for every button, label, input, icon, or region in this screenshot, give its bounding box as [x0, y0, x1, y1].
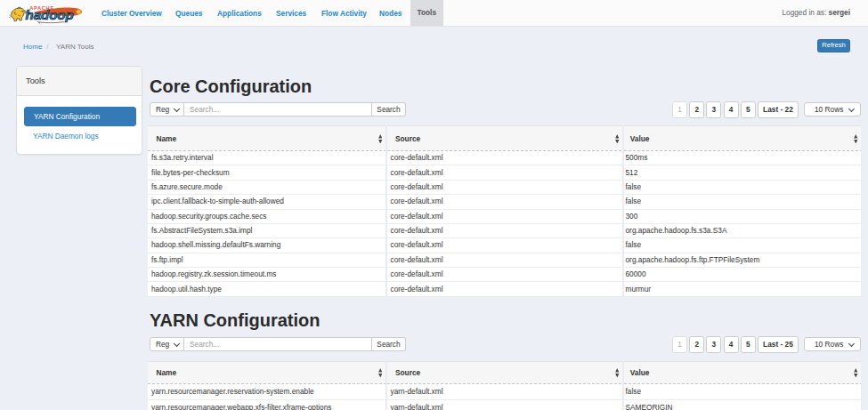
svg-text:hadoop: hadoop [26, 7, 74, 22]
